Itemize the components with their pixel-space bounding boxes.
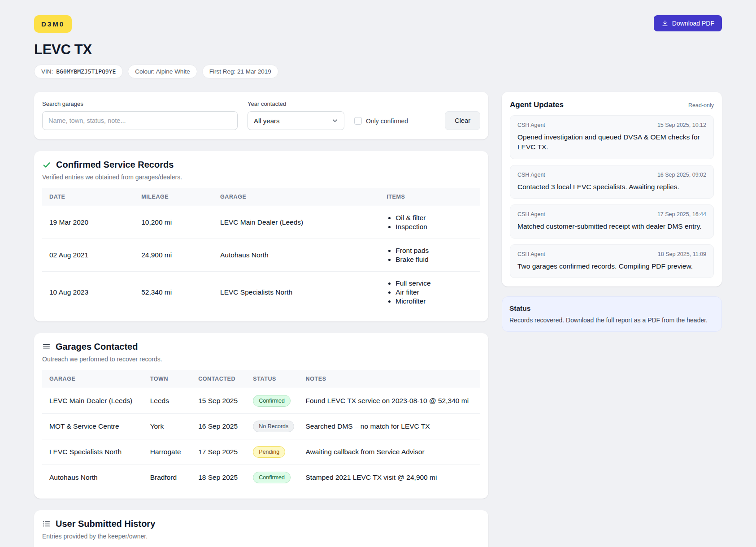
colour-pill: Colour: Alpine White bbox=[128, 65, 197, 78]
filters-card: Search garages Year contacted All years … bbox=[34, 92, 488, 139]
col-mileage: Mileage bbox=[134, 188, 213, 206]
record-garage: LEVC Specialists North bbox=[213, 272, 379, 313]
table-row: LEVC Main Dealer (Leeds) Leeds 15 Sep 20… bbox=[42, 388, 480, 414]
confirmed-records-title: Confirmed Service Records bbox=[56, 160, 174, 170]
col-contacted: Contacted bbox=[191, 370, 246, 388]
record-items: Full service Air filter Microfilter bbox=[379, 272, 480, 313]
vin-pill: VIN: BG0MYBMZJ5T1PQ9YE bbox=[34, 65, 123, 78]
col-date: Date bbox=[42, 188, 134, 206]
year-contacted-label: Year contacted bbox=[248, 100, 344, 107]
first-reg-pill: First Reg: 21 Mar 2019 bbox=[202, 65, 278, 78]
vin-value: BG0MYBMZJ5T1PQ9YE bbox=[56, 68, 116, 75]
garage-notes: Found LEVC TX service on 2023-08-10 @ 52… bbox=[299, 388, 480, 414]
item: Brake fluid bbox=[395, 256, 473, 264]
agent-name: CSH Agent bbox=[517, 211, 545, 217]
record-mileage: 52,340 mi bbox=[134, 272, 213, 313]
item: Inspection bbox=[395, 223, 473, 231]
search-input[interactable] bbox=[42, 111, 238, 130]
record-items: Front pads Brake fluid bbox=[379, 239, 480, 272]
garage-town: Bradford bbox=[143, 465, 191, 491]
garage-notes: Stamped 2021 LEVC TX visit @ 24,900 mi bbox=[299, 465, 480, 491]
item: Front pads bbox=[395, 247, 473, 255]
garage-town: York bbox=[143, 414, 191, 439]
table-row: MOT & Service Centre York 16 Sep 2025 No… bbox=[42, 414, 480, 439]
update-text: Matched customer-submitted receipt with … bbox=[517, 221, 706, 231]
vehicle-pills: VIN: BG0MYBMZJ5T1PQ9YE Colour: Alpine Wh… bbox=[34, 65, 722, 78]
record-date: 10 Aug 2023 bbox=[42, 272, 134, 313]
status-badge: Confirmed bbox=[253, 472, 291, 483]
item: Oil & filter bbox=[395, 214, 473, 222]
garage-status-cell: Confirmed bbox=[246, 388, 298, 414]
col-items: Items bbox=[379, 188, 480, 206]
table-row: Autohaus North Bradford 18 Sep 2025 Conf… bbox=[42, 465, 480, 491]
record-date: 02 Aug 2021 bbox=[42, 239, 134, 272]
main-column: Search garages Year contacted All years … bbox=[34, 92, 488, 547]
garage-status-cell: Confirmed bbox=[246, 465, 298, 491]
record-garage: Autohaus North bbox=[213, 239, 379, 272]
garages-contacted-card: Garages Contacted Outreach we performed … bbox=[34, 333, 488, 499]
col-garage: Garage bbox=[42, 370, 143, 388]
update-timestamp: 17 Sep 2025, 16:44 bbox=[657, 211, 706, 217]
garage-name: LEVC Specialists North bbox=[42, 439, 143, 465]
only-confirmed-checkbox[interactable] bbox=[354, 117, 362, 125]
status-badge: Pending bbox=[253, 446, 285, 458]
update-text: Two garages confirmed records. Compiling… bbox=[517, 261, 706, 271]
download-icon bbox=[661, 20, 669, 27]
garages-contacted-subtitle: Outreach we performed to recover records… bbox=[42, 356, 480, 363]
search-garages-label: Search garages bbox=[42, 100, 238, 107]
status-panel: Status Records recovered. Download the f… bbox=[502, 296, 722, 332]
garages-contacted-table: Garage Town Contacted Status Notes LEVC … bbox=[42, 370, 480, 490]
search-field-group: Search garages bbox=[42, 100, 238, 130]
chevron-down-icon bbox=[331, 117, 339, 125]
user-history-title: User Submitted History bbox=[56, 519, 155, 529]
update-text: Contacted 3 local LEVC specialists. Awai… bbox=[517, 182, 706, 192]
user-history-subtitle: Entries provided by the keeper/owner. bbox=[42, 533, 480, 540]
confirmed-records-card: Confirmed Service Records Verified entri… bbox=[34, 151, 488, 321]
confirmed-records-table: Date Mileage Garage Items 19 Mar 2020 10… bbox=[42, 188, 480, 313]
garage-contacted: 17 Sep 2025 bbox=[191, 439, 246, 465]
garage-name: Autohaus North bbox=[42, 465, 143, 491]
user-history-card: User Submitted History Entries provided … bbox=[34, 510, 488, 547]
agent-update-item: CSH Agent 17 Sep 2025, 16:44 Matched cus… bbox=[510, 204, 714, 238]
garage-name: MOT & Service Centre bbox=[42, 414, 143, 439]
table-row: 02 Aug 2021 24,900 mi Autohaus North Fro… bbox=[42, 239, 480, 272]
agent-updates-card: Agent Updates Read-only CSH Agent 15 Sep… bbox=[502, 92, 722, 287]
col-garage: Garage bbox=[213, 188, 379, 206]
confirmed-records-subtitle: Verified entries we obtained from garage… bbox=[42, 174, 480, 181]
table-header-row: Date Mileage Garage Items bbox=[42, 188, 480, 206]
record-garage: LEVC Main Dealer (Leeds) bbox=[213, 206, 379, 239]
download-pdf-button[interactable]: Download PDF bbox=[654, 15, 722, 31]
item: Microfilter bbox=[395, 297, 473, 305]
status-badge: No Records bbox=[253, 421, 294, 432]
demo-badge: D3M0 bbox=[34, 15, 72, 33]
year-select[interactable]: All years bbox=[248, 111, 344, 130]
table-row: LEVC Specialists North Harrogate 17 Sep … bbox=[42, 439, 480, 465]
status-text: Records recovered. Download the full rep… bbox=[509, 317, 714, 324]
readonly-label: Read-only bbox=[688, 102, 714, 109]
agent-name: CSH Agent bbox=[517, 122, 545, 128]
only-confirmed-toggle[interactable]: Only confirmed bbox=[354, 117, 408, 130]
garage-notes: Awaiting callback from Service Advisor bbox=[299, 439, 480, 465]
download-pdf-label: Download PDF bbox=[672, 20, 714, 27]
garage-contacted: 18 Sep 2025 bbox=[191, 465, 246, 491]
sidebar: Agent Updates Read-only CSH Agent 15 Sep… bbox=[502, 92, 722, 332]
agent-name: CSH Agent bbox=[517, 251, 545, 257]
garage-status-cell: Pending bbox=[246, 439, 298, 465]
garages-contacted-title: Garages Contacted bbox=[56, 342, 138, 352]
update-text: Opened investigation and queued DVSA & O… bbox=[517, 132, 706, 152]
table-row: 10 Aug 2023 52,340 mi LEVC Specialists N… bbox=[42, 272, 480, 313]
garage-town: Harrogate bbox=[143, 439, 191, 465]
menu-icon bbox=[42, 343, 51, 351]
garage-town: Leeds bbox=[143, 388, 191, 414]
agent-update-item: CSH Agent 16 Sep 2025, 09:02 Contacted 3… bbox=[510, 165, 714, 199]
col-status: Status bbox=[246, 370, 298, 388]
agent-name: CSH Agent bbox=[517, 172, 545, 178]
update-timestamp: 15 Sep 2025, 10:12 bbox=[657, 122, 706, 128]
page-title: LEVC TX bbox=[34, 42, 722, 58]
item: Air filter bbox=[395, 288, 473, 296]
item: Full service bbox=[395, 279, 473, 287]
record-date: 19 Mar 2020 bbox=[42, 206, 134, 239]
clear-button[interactable]: Clear bbox=[445, 111, 480, 130]
agent-updates-title: Agent Updates bbox=[510, 100, 564, 109]
record-items: Oil & filter Inspection bbox=[379, 206, 480, 239]
